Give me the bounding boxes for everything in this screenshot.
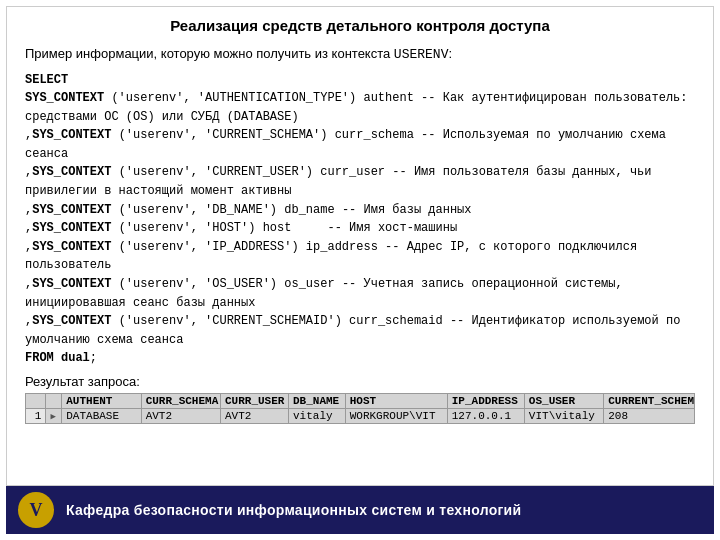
syscontext-kw-2: SYS_CONTEXT	[32, 128, 111, 142]
select-keyword: SELECT	[25, 73, 68, 87]
syscontext-args-4: ('userenv', 'DB_NAME')	[119, 203, 277, 217]
col-header-ip: IP_ADDRESS	[447, 394, 524, 409]
cell-curr-user: AVT2	[220, 409, 288, 424]
intro-text: Пример информации, которую можно получит…	[25, 44, 695, 65]
syscontext-kw-7: SYS_CONTEXT	[32, 277, 111, 291]
comment-6: -- Адрес IP, с которого подключился поль…	[25, 240, 637, 273]
code-line-8: ,SYS_CONTEXT ('userenv', 'CURRENT_SCHEMA…	[25, 312, 695, 349]
col-header-os-user: OS_USER	[524, 394, 603, 409]
code-line-7: ,SYS_CONTEXT ('userenv', 'OS_USER') os_u…	[25, 275, 695, 312]
code-line-5: ,SYS_CONTEXT ('userenv', 'HOST') host --…	[25, 219, 695, 238]
comment-4: -- Имя базы данных	[342, 203, 472, 217]
cell-ip: 127.0.0.1	[447, 409, 524, 424]
code-line-3: ,SYS_CONTEXT ('userenv', 'CURRENT_USER')…	[25, 163, 695, 200]
intro-colon: :	[448, 46, 452, 61]
intro-text-part1: Пример информации, которую можно получит…	[25, 46, 394, 61]
footer-bar: V Кафедра безопасности информационных си…	[6, 486, 714, 534]
cell-play[interactable]: ▶	[46, 409, 62, 424]
syscontext-args-7: ('userenv', 'OS_USER')	[119, 277, 277, 291]
cell-host: WORKGROUP\VIT	[345, 409, 447, 424]
col-header-rownum	[26, 394, 46, 409]
page-title: Реализация средств детального контроля д…	[25, 17, 695, 34]
result-table-wrap: AUTHENT CURR_SCHEMA CURR_USER DB_NAME HO…	[25, 393, 695, 424]
col-header-play	[46, 394, 62, 409]
syscontext-args-6: ('userenv', 'IP_ADDRESS')	[119, 240, 299, 254]
code-select: SELECT	[25, 71, 695, 90]
syscontext-args-1: ('userenv', 'AUTHENTICATION_TYPE')	[111, 91, 356, 105]
syscontext-args-3: ('userenv', 'CURRENT_USER')	[119, 165, 313, 179]
table-header-row: AUTHENT CURR_SCHEMA CURR_USER DB_NAME HO…	[26, 394, 695, 409]
cell-curr-schema: AVT2	[141, 409, 220, 424]
syscontext-kw-3: SYS_CONTEXT	[32, 165, 111, 179]
comment-5: -- Имя хост-машины	[327, 221, 457, 235]
cell-db-name: vitaly	[289, 409, 346, 424]
cell-rownum: 1	[26, 409, 46, 424]
code-line-2: ,SYS_CONTEXT ('userenv', 'CURRENT_SCHEMA…	[25, 126, 695, 163]
cell-authent: DATABASE	[62, 409, 141, 424]
code-line-4: ,SYS_CONTEXT ('userenv', 'DB_NAME') db_n…	[25, 201, 695, 220]
table-row: 1 ▶ DATABASE AVT2 AVT2 vitaly WORKGROUP\…	[26, 409, 695, 424]
syscontext-kw-5: SYS_CONTEXT	[32, 221, 111, 235]
dual-keyword: dual	[61, 351, 90, 365]
syscontext-kw-4: SYS_CONTEXT	[32, 203, 111, 217]
syscontext-args-2: ('userenv', 'CURRENT_SCHEMA')	[119, 128, 328, 142]
main-content: Реализация средств детального контроля д…	[6, 6, 714, 486]
syscontext-kw-1: SYS_CONTEXT	[25, 91, 104, 105]
col-header-db-name: DB_NAME	[289, 394, 346, 409]
code-line-1: SYS_CONTEXT ('userenv', 'AUTHENTICATION_…	[25, 89, 695, 126]
userenv-code: USERENV	[394, 47, 449, 62]
code-block: SELECT SYS_CONTEXT ('userenv', 'AUTHENTI…	[25, 71, 695, 369]
syscontext-kw-6: SYS_CONTEXT	[32, 240, 111, 254]
col-header-host: HOST	[345, 394, 447, 409]
col-header-curr-schemaid: CURRENT_SCHEMAID	[604, 394, 695, 409]
syscontext-args-5: ('userenv', 'HOST')	[119, 221, 256, 235]
col-header-curr-user: CURR_USER	[220, 394, 288, 409]
code-line-6: ,SYS_CONTEXT ('userenv', 'IP_ADDRESS') i…	[25, 238, 695, 275]
footer-text: Кафедра безопасности информационных сист…	[66, 502, 521, 518]
col-header-curr-schema: CURR_SCHEMA	[141, 394, 220, 409]
play-icon: ▶	[50, 412, 55, 422]
comment-7: -- Учетная запись операционной системы, …	[25, 277, 623, 310]
result-label: Результат запроса:	[25, 374, 695, 389]
syscontext-kw-8: SYS_CONTEXT	[32, 314, 111, 328]
footer-logo: V	[18, 492, 54, 528]
from-keyword: FROM	[25, 351, 54, 365]
col-header-authent: AUTHENT	[62, 394, 141, 409]
code-from: FROM dual;	[25, 349, 695, 368]
cell-curr-schemaid: 208	[604, 409, 695, 424]
cell-os-user: VIT\vitaly	[524, 409, 603, 424]
footer-logo-text: V	[30, 500, 43, 521]
result-table: AUTHENT CURR_SCHEMA CURR_USER DB_NAME HO…	[25, 393, 695, 424]
syscontext-args-8: ('userenv', 'CURRENT_SCHEMAID')	[119, 314, 342, 328]
